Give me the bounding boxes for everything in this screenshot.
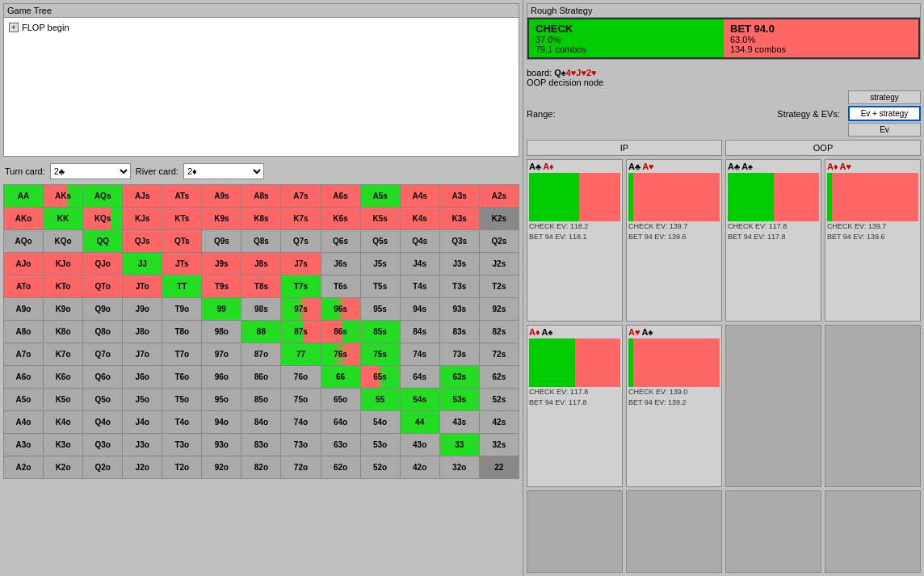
grid-cell[interactable]: Q8s <box>242 230 281 253</box>
grid-cell[interactable]: Q2o <box>83 456 123 479</box>
grid-cell[interactable]: 92s <box>479 298 519 321</box>
grid-cell[interactable]: A8o <box>4 321 44 343</box>
grid-cell[interactable]: 65s <box>360 366 400 389</box>
grid-cell[interactable]: 86o <box>242 366 281 389</box>
hand-cell-ahas[interactable]: A♥ A♠ CHECK EV: 139.0 BET 94 EV: 139.2 <box>626 325 722 487</box>
grid-cell[interactable]: Q7o <box>83 343 123 366</box>
grid-cell[interactable]: A9o <box>4 298 44 321</box>
grid-cell[interactable]: AKs <box>44 185 83 208</box>
grid-cell[interactable]: 76s <box>321 343 360 366</box>
grid-cell[interactable]: J5o <box>123 389 162 411</box>
grid-cell[interactable]: 52o <box>360 456 400 479</box>
grid-cell[interactable]: K6s <box>321 208 360 230</box>
grid-cell[interactable]: 54o <box>360 411 400 434</box>
grid-cell[interactable]: Q5o <box>83 389 123 411</box>
grid-cell[interactable]: Q7s <box>281 230 321 253</box>
grid-cell[interactable]: 97s <box>281 298 321 321</box>
grid-cell[interactable]: 82o <box>242 456 281 479</box>
grid-cell[interactable]: 77 <box>281 343 321 366</box>
grid-cell[interactable]: 72s <box>479 343 519 366</box>
grid-cell[interactable]: K4s <box>400 208 439 230</box>
grid-cell[interactable]: T2o <box>162 456 202 479</box>
grid-cell[interactable]: T7s <box>281 275 321 298</box>
grid-cell[interactable]: AQs <box>83 185 123 208</box>
grid-cell[interactable]: 87s <box>281 321 321 343</box>
grid-cell[interactable]: 83s <box>439 321 479 343</box>
grid-cell[interactable]: 95s <box>360 298 400 321</box>
river-card-select[interactable]: 2♦ <box>183 163 264 179</box>
grid-cell[interactable]: 63s <box>439 366 479 389</box>
strategy-button[interactable]: strategy <box>848 90 921 104</box>
ip-button[interactable]: IP <box>527 140 722 156</box>
grid-cell[interactable]: 42o <box>400 456 439 479</box>
grid-cell[interactable]: T2s <box>479 275 519 298</box>
grid-cell[interactable]: 96s <box>321 298 360 321</box>
grid-cell[interactable]: K2o <box>44 456 83 479</box>
grid-cell[interactable]: A4o <box>4 411 44 434</box>
grid-cell[interactable]: K5s <box>360 208 400 230</box>
grid-cell[interactable]: A8s <box>242 185 281 208</box>
grid-cell[interactable]: J6s <box>321 253 360 275</box>
grid-cell[interactable]: 63o <box>321 434 360 456</box>
grid-cell[interactable]: Q5s <box>360 230 400 253</box>
grid-cell[interactable]: 82s <box>479 321 519 343</box>
grid-cell[interactable]: JJ <box>123 253 162 275</box>
ev-strategy-button[interactable]: Ev + strategy <box>848 106 921 121</box>
grid-cell[interactable]: 84s <box>400 321 439 343</box>
grid-cell[interactable]: T3s <box>439 275 479 298</box>
grid-cell[interactable]: Q8o <box>83 321 123 343</box>
grid-cell[interactable]: J3o <box>123 434 162 456</box>
grid-cell[interactable]: 53o <box>360 434 400 456</box>
tree-expand-icon[interactable]: + <box>9 23 19 32</box>
grid-cell[interactable]: Q2s <box>479 230 519 253</box>
grid-cell[interactable]: 93s <box>439 298 479 321</box>
grid-cell[interactable]: T6o <box>162 366 202 389</box>
grid-cell[interactable]: AJo <box>4 253 44 275</box>
grid-cell[interactable]: A9s <box>202 185 242 208</box>
grid-cell[interactable]: 32s <box>479 434 519 456</box>
grid-cell[interactable]: T8s <box>242 275 281 298</box>
grid-cell[interactable]: J5s <box>360 253 400 275</box>
grid-cell[interactable]: A3o <box>4 434 44 456</box>
grid-cell[interactable]: AJs <box>123 185 162 208</box>
grid-cell[interactable]: J7o <box>123 343 162 366</box>
grid-cell[interactable]: 76o <box>281 366 321 389</box>
grid-cell[interactable]: 95o <box>202 389 242 411</box>
grid-cell[interactable]: 64o <box>321 411 360 434</box>
grid-cell[interactable]: K2s <box>479 208 519 230</box>
grid-cell[interactable]: T4o <box>162 411 202 434</box>
grid-cell[interactable]: T5o <box>162 389 202 411</box>
grid-cell[interactable]: Q4o <box>83 411 123 434</box>
grid-cell[interactable]: 72o <box>281 456 321 479</box>
grid-cell[interactable]: KK <box>44 208 83 230</box>
grid-cell[interactable]: 62o <box>321 456 360 479</box>
grid-cell[interactable]: 75o <box>281 389 321 411</box>
grid-cell[interactable]: 88 <box>242 321 281 343</box>
grid-cell[interactable]: J2o <box>123 456 162 479</box>
grid-cell[interactable]: T8o <box>162 321 202 343</box>
grid-cell[interactable]: A5s <box>360 185 400 208</box>
grid-cell[interactable]: 43s <box>439 411 479 434</box>
grid-cell[interactable]: 92o <box>202 456 242 479</box>
grid-cell[interactable]: K3o <box>44 434 83 456</box>
ev-button[interactable]: Ev <box>848 123 921 137</box>
grid-cell[interactable]: 73s <box>439 343 479 366</box>
grid-cell[interactable]: T6s <box>321 275 360 298</box>
grid-cell[interactable]: 75s <box>360 343 400 366</box>
grid-cell[interactable]: T7o <box>162 343 202 366</box>
grid-cell[interactable]: JTo <box>123 275 162 298</box>
grid-cell[interactable]: A2s <box>479 185 519 208</box>
oop-button[interactable]: OOP <box>725 140 921 156</box>
grid-cell[interactable]: K5o <box>44 389 83 411</box>
grid-cell[interactable]: KQs <box>83 208 123 230</box>
grid-cell[interactable]: K7o <box>44 343 83 366</box>
grid-cell[interactable]: AQo <box>4 230 44 253</box>
grid-cell[interactable]: ATo <box>4 275 44 298</box>
grid-cell[interactable]: QJs <box>123 230 162 253</box>
hand-cell-adas[interactable]: A♦ A♠ CHECK EV: 117.8 BET 94 EV: 117.8 <box>527 325 623 487</box>
grid-cell[interactable]: Q9o <box>83 298 123 321</box>
grid-cell[interactable]: Q6o <box>83 366 123 389</box>
grid-cell[interactable]: A7o <box>4 343 44 366</box>
grid-cell[interactable]: J2s <box>479 253 519 275</box>
grid-cell[interactable]: K8o <box>44 321 83 343</box>
